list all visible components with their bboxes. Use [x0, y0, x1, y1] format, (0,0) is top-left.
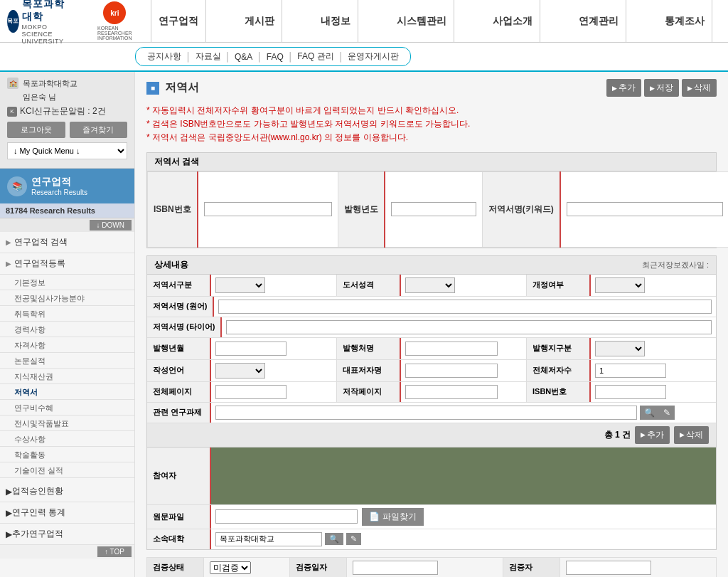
detail-row-7: 관련 연구과제 🔍 ✎ [147, 403, 716, 423]
verify-status-select[interactable]: 미검증 [210, 561, 251, 574]
subnav-library[interactable]: 자료실 [196, 51, 221, 63]
bookmark-button[interactable]: 즐겨찾기 [70, 122, 128, 138]
language-value [211, 360, 336, 381]
keyword-input[interactable] [567, 202, 723, 216]
revision-select[interactable] [595, 277, 645, 293]
pub-month-input[interactable] [215, 342, 287, 356]
book-type-value [401, 275, 526, 296]
subnav-faq[interactable]: FAQ [267, 52, 284, 62]
add-button[interactable]: ▶ 추가 [606, 79, 641, 97]
menu-item-research-register[interactable]: ▶ 연구업적등록 [0, 253, 134, 274]
verify-date-label: 검증일자 [289, 557, 346, 577]
language-select[interactable] [215, 363, 265, 379]
kci-label: KCI신규논문알림 : 2건 [20, 105, 106, 117]
save-button[interactable]: ▶ 저장 [644, 79, 679, 97]
isbn-input[interactable] [204, 202, 332, 216]
warning-2: * 검색은 ISBN번호만으로도 가능하고 발행년도와 저역서명의 키워드로도 … [146, 117, 717, 131]
university-clear-button[interactable]: ✎ [346, 533, 361, 545]
main-author-label: 대표저자명 [337, 360, 401, 381]
related-research-label: 관련 연구과제 [147, 403, 211, 423]
warnings: * 자동입력시 전체저자수위 황여구분이 바르게 입력되었는지 반드시 확인하십… [146, 104, 717, 145]
subnav-notice[interactable]: 공지사항 [147, 51, 181, 63]
nav-statistics[interactable]: 통계조사 [658, 0, 712, 42]
language-label: 작성언어 [147, 360, 211, 381]
menu-item-researcher-stats[interactable]: ▶ 연구인력 통계 [0, 502, 134, 523]
sidebar-bottom-menu: ▶ 업적승인현황 ▶ 연구인력 통계 ▶ 추가연구업적 [0, 481, 134, 545]
down-button[interactable]: ↓ DOWN [90, 220, 132, 231]
book-type-label: 도서성격 [337, 275, 401, 296]
participant-delete-button[interactable]: ▶ 삭제 [674, 426, 709, 444]
nav-myinfo[interactable]: 내정보 [314, 0, 358, 42]
menu-item-basic-info[interactable]: 기본정보 [0, 275, 134, 290]
title-original-label: 저역서명 (원어) [147, 297, 214, 317]
file-input[interactable] [215, 509, 358, 524]
revision-value [591, 275, 716, 296]
menu-item-book[interactable]: 저역서 [0, 384, 134, 399]
total-pages-input[interactable] [215, 385, 287, 399]
related-research-input[interactable] [215, 406, 637, 420]
subnav-qna[interactable]: Q&A [235, 52, 252, 62]
book-type-select[interactable] [405, 277, 455, 293]
original-file-label: 원문파일 [147, 505, 211, 529]
subnav-faq-manage[interactable]: FAQ 관리 [297, 51, 333, 63]
nav-sysadmin[interactable]: 시스템관리 [390, 0, 454, 42]
delete-button[interactable]: ▶ 삭제 [682, 79, 717, 97]
menu-item-qualification[interactable]: 자격사항 [0, 337, 134, 352]
logout-button[interactable]: 로그아웃 [7, 122, 65, 138]
nav-business[interactable]: 사업소개 [486, 0, 540, 42]
file-row-inner: 📄 파일찾기 [215, 508, 424, 526]
isbn-detail-input[interactable] [595, 385, 666, 399]
nav-board[interactable]: 게시판 [237, 0, 282, 42]
nav-relations[interactable]: 연계관리 [572, 0, 626, 42]
university-search-button[interactable]: 🔍 [325, 533, 343, 545]
sidebar-user-section: 🏫 목포과학대학교 임은숙 님 K KCI신규논문알림 : 2건 로그아웃 즐겨… [0, 72, 134, 169]
pub-name-label: 발행처명 [337, 338, 401, 359]
detail-row-3: 저역서명 (타이어) [147, 317, 716, 338]
type-select[interactable] [215, 277, 265, 293]
file-browse-button[interactable]: 📄 파일찾기 [362, 508, 424, 526]
related-clear-button[interactable]: ✎ [659, 406, 675, 420]
main-author-input[interactable] [405, 364, 498, 378]
menu-item-approval-status[interactable]: ▶ 업적승인현황 [0, 481, 134, 502]
pub-name-input[interactable] [405, 342, 498, 356]
related-search-button[interactable]: 🔍 [640, 406, 659, 420]
university-label: 소속대학 [147, 529, 211, 549]
menu-item-papers[interactable]: 논문실적 [0, 353, 134, 368]
menu-item-ip[interactable]: 지식재산권 [0, 369, 134, 383]
sidebar-username: 임은숙 님 [7, 92, 127, 102]
year-input[interactable] [391, 202, 476, 216]
university-input[interactable] [215, 532, 322, 546]
menu-item-additional-research[interactable]: ▶ 추가연구업적 [0, 524, 134, 544]
written-pages-input[interactable] [405, 385, 498, 399]
detail-row-6: 전체페이지 저작페이지 ISBN번호 [147, 382, 716, 403]
menu-item-major[interactable]: 전공및심사가능분야 [0, 290, 134, 305]
logo-kri: kri KOREAN RESEARCHER INFORMATION [97, 1, 132, 41]
top-button[interactable]: ↑ TOP [97, 546, 132, 557]
menu-item-exhibition[interactable]: 전시및작품발표 [0, 415, 134, 430]
verify-status-cell: 미검증 [204, 557, 290, 577]
participant-add-button[interactable]: ▶ 추가 [635, 426, 670, 444]
title-other-input[interactable] [226, 320, 712, 334]
menu-item-research-search[interactable]: ▶ 연구업적 검색 [0, 232, 134, 253]
subnav-operator-board[interactable]: 운영자게시판 [348, 51, 399, 63]
title-other-label: 저역서명 (타이어) [147, 317, 222, 337]
pub-region-select[interactable] [595, 341, 645, 356]
menu-item-degree[interactable]: 취득학위 [0, 306, 134, 321]
menu-item-research-funding[interactable]: 연구비수혜 [0, 400, 134, 415]
org-icon: 🏫 [7, 78, 18, 89]
quick-menu-select[interactable]: ↓ My Quick Menu ↓ [7, 142, 127, 159]
main-content: ■ 저역서 ▶ 추가 ▶ 저장 ▶ 삭제 * 자동입력시 전체저자수위 [135, 72, 728, 577]
menu-item-academic[interactable]: 학술활동 [0, 447, 134, 462]
verify-date-cell [346, 557, 503, 577]
menu-item-career[interactable]: 경력사항 [0, 322, 134, 337]
menu-item-tech-transfer[interactable]: 기술이전 실적 [0, 462, 134, 477]
title-original-input[interactable] [218, 300, 712, 314]
menu-item-awards[interactable]: 수상사항 [0, 431, 134, 446]
quick-menu-dropdown[interactable]: ↓ My Quick Menu ↓ [7, 142, 127, 159]
nav-research[interactable]: 연구업적 [151, 0, 206, 42]
total-authors-input[interactable] [595, 364, 666, 378]
verifier-input[interactable] [566, 561, 651, 575]
verify-date-input[interactable] [353, 561, 438, 575]
participant-row: 참여자 [147, 448, 716, 505]
page-actions: ▶ 추가 ▶ 저장 ▶ 삭제 [606, 79, 717, 97]
